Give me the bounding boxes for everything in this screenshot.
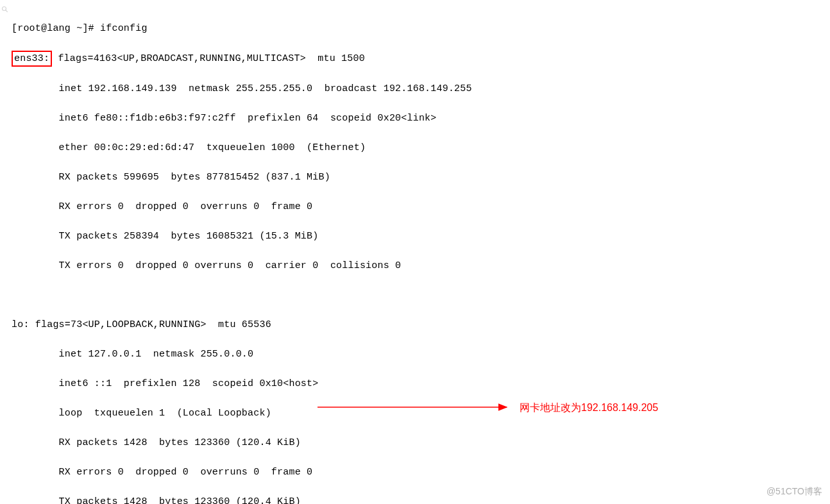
iface-ens33-header: ens33: flags=4163<UP,BROADCAST,RUNNING,M…: [12, 51, 830, 67]
output-line: ether 00:0c:29:ed:6d:47 txqueuelen 1000 …: [12, 140, 830, 155]
output-line: inet6 fe80::f1db:e6b3:f97:c2ff prefixlen…: [12, 111, 830, 126]
iface-ens33-flags: flags=4163<UP,BROADCAST,RUNNING,MULTICAS…: [52, 53, 365, 64]
prompt-line-1: [root@lang ~]# ifconfig: [12, 21, 830, 36]
output-line: RX packets 599695 bytes 877815452 (837.1…: [12, 170, 830, 185]
output-line: inet 192.168.149.139 netmask 255.255.255…: [12, 81, 830, 96]
watermark: @51CTO博客: [766, 484, 822, 499]
output-line: TX packets 258394 bytes 16085321 (15.3 M…: [12, 229, 830, 244]
annotation-arrow-icon: [314, 401, 513, 414]
command-ifconfig: ifconfig: [100, 23, 148, 34]
search-icon: [1, 4, 9, 12]
output-line: RX errors 0 dropped 0 overruns 0 frame 0: [12, 465, 830, 480]
output-line: lo: flags=73<UP,LOOPBACK,RUNNING> mtu 65…: [12, 317, 830, 332]
highlight-ens33: ens33:: [12, 51, 52, 67]
svg-line-1: [6, 10, 8, 12]
output-line: TX errors 0 dropped 0 overruns 0 carrier…: [12, 258, 830, 273]
blank-line: [12, 288, 830, 303]
output-line: inet6 ::1 prefixlen 128 scopeid 0x10<hos…: [12, 376, 830, 391]
output-line: RX errors 0 dropped 0 overruns 0 frame 0: [12, 199, 830, 214]
svg-point-0: [3, 7, 6, 11]
output-line: RX packets 1428 bytes 123360 (120.4 KiB): [12, 435, 830, 450]
shell-prompt: [root@lang ~]#: [12, 23, 100, 34]
output-line: inet 127.0.0.1 netmask 255.0.0.0: [12, 347, 830, 362]
output-line: TX packets 1428 bytes 123360 (120.4 KiB): [12, 494, 830, 504]
terminal-output[interactable]: [root@lang ~]# ifconfig ens33: flags=416…: [0, 0, 830, 504]
annotation-text: 网卡地址改为192.168.149.205: [520, 400, 658, 415]
